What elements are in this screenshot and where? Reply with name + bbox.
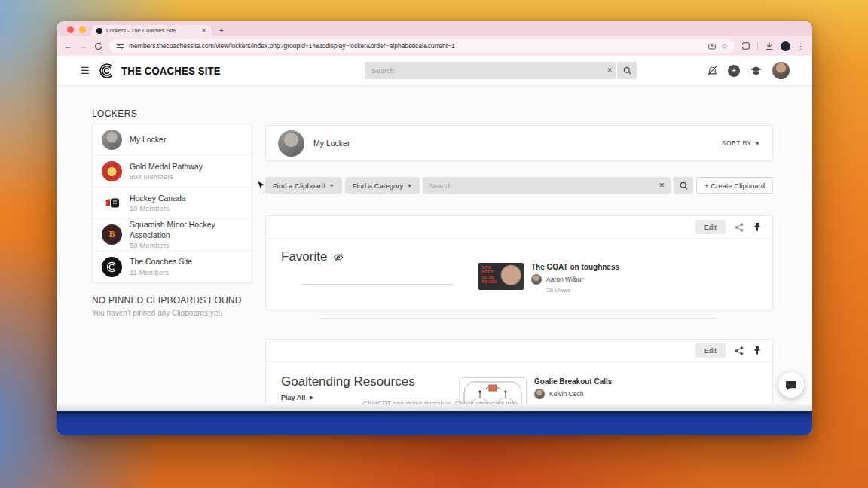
courses-cap-icon[interactable] (750, 66, 763, 76)
brand-name[interactable]: THE COACHES SITE (121, 65, 221, 77)
video-author: Kelvin Cech (549, 390, 583, 398)
add-content-button[interactable]: + (728, 65, 740, 77)
page-content: LOCKERS My Locker Gold Medal Pathway 804… (57, 86, 812, 404)
profile-avatar[interactable] (772, 62, 790, 79)
video-title[interactable]: Goalie Breakout Calls (534, 377, 612, 386)
locker-name: Hockey Canada (130, 194, 186, 203)
sidebar-item-squamish[interactable]: B Squamish Minor Hockey Association 58 M… (93, 219, 252, 251)
search-button[interactable] (617, 62, 637, 79)
back-icon[interactable]: ← (64, 42, 72, 50)
chat-widget-button[interactable] (778, 372, 804, 398)
section-divider (320, 318, 716, 319)
pin-icon[interactable] (753, 222, 762, 232)
clipboard-search-input[interactable] (429, 181, 653, 190)
clipboard-toolbar: Find a Clipboard ▼ Find a Category ▼ ✕ (265, 176, 773, 194)
extensions-icon[interactable] (741, 41, 750, 50)
minimize-window-button[interactable] (79, 26, 86, 33)
edit-button[interactable]: Edit (695, 343, 726, 358)
locker-title: My Locker (313, 139, 350, 148)
browser-actions: ⋮ (741, 41, 805, 51)
sidebar-item-the-coaches-site[interactable]: The Coaches Site 11 Members (93, 251, 252, 282)
goaltending-title-text: Goaltending Resources (281, 374, 415, 389)
no-pinned-title: NO PINNED CLIPBOARDS FOUND (92, 295, 265, 306)
toolbar-divider (757, 42, 758, 50)
favorite-title-text: Favorite (281, 249, 327, 264)
site-header: ☰ THE COACHES SITE ✕ (57, 56, 812, 86)
bottom-navy-banner (57, 411, 812, 435)
locker-members: 804 Members (130, 172, 203, 181)
locker-list: My Locker Gold Medal Pathway 804 Members (92, 124, 252, 283)
favorite-section-title: Favorite (281, 249, 344, 264)
reload-icon[interactable] (94, 42, 102, 50)
share-icon[interactable] (735, 223, 744, 232)
video-title[interactable]: The GOAT on toughness (531, 263, 619, 271)
tab-favicon (96, 28, 102, 34)
author-avatar (534, 389, 545, 399)
gold-medal-pathway-logo (102, 161, 122, 181)
locker-name: The Coaches Site (130, 257, 192, 267)
coaches-site-logo[interactable] (99, 63, 115, 79)
global-search-input[interactable] (365, 62, 616, 79)
find-clipboard-dropdown[interactable]: Find a Clipboard ▼ (265, 177, 342, 194)
coaches-site-locker-logo (102, 257, 122, 277)
send-to-device-icon[interactable] (708, 42, 717, 50)
no-pinned-subtitle: You haven't pinned any Clipboards yet. (92, 309, 265, 317)
main-column: My Locker SORT BY ▼ Find a Clipboard ▼ F… (265, 86, 773, 404)
sort-by-dropdown[interactable]: SORT BY ▼ (722, 139, 760, 147)
author-avatar (531, 274, 542, 285)
locker-members: 58 Members (130, 241, 243, 249)
find-category-label: Find a Category (353, 181, 404, 190)
sidebar-item-hockey-canada[interactable]: Hockey Canada 10 Members (93, 188, 252, 219)
locker-owner-avatar (278, 130, 304, 157)
sidebar-item-gold-medal-pathway[interactable]: Gold Medal Pathway 804 Members (93, 156, 252, 188)
goaltending-card-actions: Edit (266, 340, 772, 362)
thumb-text: TOUGH (481, 279, 524, 284)
edit-button[interactable]: Edit (695, 220, 726, 234)
download-icon[interactable] (765, 41, 774, 50)
chevron-down-icon: ▼ (407, 183, 412, 188)
find-clipboard-label: Find a Clipboard (273, 181, 326, 190)
site-info-icon[interactable] (116, 42, 124, 50)
url-bar[interactable]: members.thecoachessite.com/view/lockers/… (109, 39, 735, 53)
browser-tab[interactable]: Lockers - The Coaches Site ✕ (91, 25, 212, 36)
url-text[interactable]: members.thecoachessite.com/view/lockers/… (129, 42, 703, 50)
page: ☰ THE COACHES SITE ✕ (57, 56, 812, 404)
desktop-wallpaper: Lockers - The Coaches Site ✕ + ← → membe… (0, 0, 868, 488)
play-all-link[interactable]: Play All ▶ (281, 394, 314, 401)
browser-tabstrip: Lockers - The Coaches Site ✕ + (57, 21, 812, 36)
ai-disclaimer-note: ChatGPT can make mistakes. Check importa… (328, 400, 554, 404)
sidebar-item-my-locker[interactable]: My Locker (93, 124, 252, 156)
locker-name: My Locker (130, 135, 166, 145)
close-window-button[interactable] (67, 26, 74, 33)
no-pinned-clipboards: NO PINNED CLIPBOARDS FOUND You haven't p… (92, 295, 265, 317)
video-thumbnail[interactable]: YOU NEED TO BE TOUGH (478, 263, 524, 290)
tab-close-icon[interactable]: ✕ (201, 27, 206, 34)
pin-icon[interactable] (753, 346, 762, 355)
bookmark-star-icon[interactable]: ☆ (721, 42, 728, 50)
clipboard-search: ✕ (423, 177, 671, 194)
clipboard-search-button[interactable] (674, 177, 693, 194)
browser-profile-avatar[interactable] (781, 41, 790, 51)
hamburger-menu-icon[interactable]: ☰ (81, 65, 90, 76)
share-icon[interactable] (735, 346, 744, 355)
video-item-goat[interactable]: YOU NEED TO BE TOUGH The GOAT on toughne… (478, 263, 619, 294)
play-all-label: Play All (281, 394, 305, 401)
mouse-cursor (257, 181, 265, 192)
visibility-off-icon[interactable] (333, 252, 344, 262)
sort-by-label: SORT BY (722, 139, 752, 147)
clear-search-icon[interactable]: ✕ (607, 66, 613, 74)
browser-menu-icon[interactable]: ⋮ (797, 42, 805, 50)
video-author: Aaron Wilbur (546, 276, 583, 283)
window-bottom-edge (57, 404, 812, 411)
clear-clipboard-search-icon[interactable]: ✕ (659, 181, 665, 189)
locker-members: 11 Members (130, 268, 192, 276)
search-icon (680, 181, 688, 190)
search-icon (623, 66, 631, 75)
new-tab-button[interactable]: + (219, 26, 224, 35)
find-category-dropdown[interactable]: Find a Category ▼ (345, 177, 420, 194)
forward-icon[interactable]: → (79, 42, 87, 50)
create-clipboard-button[interactable]: + Create Clipboard (696, 177, 773, 194)
chevron-down-icon: ▼ (755, 141, 760, 146)
notifications-off-icon[interactable] (707, 65, 718, 76)
goaltending-section-title: Goaltending Resources (281, 374, 415, 389)
